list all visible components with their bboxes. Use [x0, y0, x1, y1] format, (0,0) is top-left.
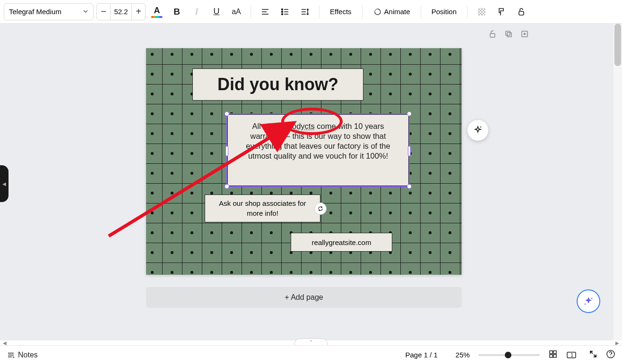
- present-fullscreen-button[interactable]: [589, 350, 597, 360]
- scrollbar-thumb[interactable]: [614, 24, 621, 66]
- ai-suggest-button[interactable]: [467, 120, 488, 141]
- toolbar-separator: [362, 5, 363, 18]
- title-text: Did you know?: [217, 75, 338, 94]
- font-family-value: Telegraf Medium: [9, 8, 61, 16]
- svg-rect-17: [490, 34, 495, 37]
- chevron-down-icon: [83, 8, 88, 16]
- effects-button[interactable]: Effects: [325, 3, 356, 20]
- svg-point-5: [282, 13, 283, 15]
- font-size-value[interactable]: 52.2: [110, 4, 132, 20]
- vertical-scrollbar[interactable]: [613, 24, 622, 340]
- sync-rotate-button[interactable]: [314, 203, 327, 215]
- underline-button[interactable]: U: [208, 3, 225, 20]
- body-text-box[interactable]: All of our prodycts come with 10 years w…: [227, 114, 409, 186]
- zoom-slider-knob[interactable]: [505, 352, 511, 358]
- text-color-button[interactable]: A: [148, 3, 165, 20]
- help-button[interactable]: [606, 349, 615, 361]
- notes-label: Notes: [18, 351, 38, 359]
- body-text-pre: All of our: [252, 122, 285, 130]
- svg-rect-18: [506, 31, 510, 35]
- zoom-value[interactable]: 25%: [456, 351, 470, 359]
- font-size-decrease[interactable]: −: [97, 4, 110, 20]
- animate-button[interactable]: Animate: [368, 3, 415, 20]
- svg-point-27: [585, 304, 586, 305]
- title-text-box[interactable]: Did you know?: [192, 68, 363, 101]
- slide-count-value: 1: [570, 352, 573, 358]
- ask-text: Ask our shop associates for more info!: [211, 199, 314, 218]
- animate-label: Animate: [384, 8, 410, 16]
- canvas-area[interactable]: ◀ Did you know? All of our prodycts come…: [0, 24, 613, 340]
- svg-rect-32: [553, 351, 556, 354]
- slide-canvas[interactable]: Did you know? All of our prodycts come w…: [146, 48, 462, 275]
- text-toolbar: Telegraf Medium − 52.2 + A B I U aA Effe…: [0, 0, 622, 24]
- uppercase-button[interactable]: aA: [228, 3, 245, 20]
- website-text: reallygreatsite.com: [312, 238, 371, 246]
- bullet-list-button[interactable]: [276, 3, 294, 20]
- zoom-slider[interactable]: [478, 354, 540, 356]
- page-indicator[interactable]: Page 1 / 1: [405, 351, 437, 359]
- page-unlock-icon[interactable]: [488, 29, 497, 41]
- grid-view-button[interactable]: [548, 349, 558, 361]
- toolbar-separator: [421, 5, 421, 18]
- timeline-expand-tab[interactable]: ⌃: [294, 339, 328, 345]
- toolbar-separator: [467, 5, 467, 18]
- duplicate-page-icon[interactable]: [504, 29, 513, 41]
- svg-point-4: [282, 11, 283, 12]
- svg-rect-34: [553, 355, 556, 357]
- toolbar-separator: [251, 5, 251, 18]
- svg-rect-33: [550, 355, 553, 357]
- alignment-button[interactable]: [257, 3, 274, 20]
- font-size-increase[interactable]: +: [132, 4, 145, 20]
- lock-button[interactable]: [513, 3, 530, 20]
- add-page-label: + Add page: [285, 293, 323, 302]
- svg-point-37: [610, 356, 611, 356]
- svg-point-26: [591, 298, 593, 299]
- svg-rect-31: [550, 351, 553, 354]
- page-actions: [488, 29, 529, 41]
- svg-rect-16: [519, 11, 524, 15]
- ai-assistant-fab[interactable]: [577, 289, 600, 313]
- bold-button[interactable]: B: [168, 3, 185, 20]
- rainbow-swatch-icon: [151, 16, 163, 18]
- font-family-select[interactable]: Telegraf Medium: [4, 3, 94, 20]
- scroll-right-icon[interactable]: ▶: [615, 340, 619, 346]
- footer-bar: Notes Page 1 / 1 25% 1: [0, 345, 622, 364]
- svg-rect-19: [507, 33, 511, 37]
- svg-rect-15: [478, 8, 485, 16]
- slide-count-badge[interactable]: 1: [566, 350, 580, 360]
- ask-text-box[interactable]: Ask our shop associates for more info!: [205, 195, 320, 222]
- toolbar-separator: [319, 5, 320, 18]
- font-size-stepper: − 52.2 +: [96, 3, 146, 20]
- panel-expand-tab[interactable]: ◀: [0, 165, 9, 202]
- website-text-box[interactable]: reallygreatsite.com: [291, 233, 392, 252]
- body-text-misspelled: prodycts: [285, 122, 314, 130]
- italic-button[interactable]: I: [188, 3, 205, 20]
- add-page-button[interactable]: + Add page: [146, 287, 462, 308]
- scroll-left-icon[interactable]: ◀: [3, 340, 7, 346]
- spacing-button[interactable]: [296, 3, 313, 20]
- copy-style-button[interactable]: [493, 3, 510, 20]
- add-page-icon[interactable]: [520, 29, 529, 41]
- notes-button[interactable]: Notes: [7, 351, 38, 359]
- svg-point-3: [282, 8, 283, 10]
- transparency-button[interactable]: [473, 3, 490, 20]
- position-button[interactable]: Position: [427, 3, 461, 20]
